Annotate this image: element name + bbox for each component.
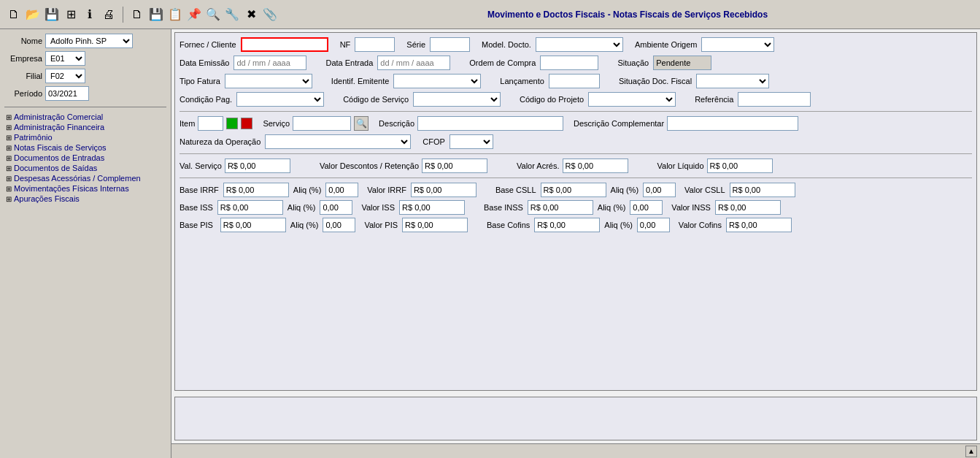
expand-icon-5: ⊞ [6,164,12,172]
sidebar-item-adm-comercial[interactable]: ⊞ Administração Comercial [4,112,166,122]
aliq-cofins-input[interactable] [637,218,670,232]
empresa-label: Empresa [4,54,42,63]
valor-csll-label: Valor CSLL [684,186,725,194]
tipo-fatura-select[interactable] [225,74,312,88]
descricao-input[interactable] [417,116,563,131]
nf-input[interactable] [355,37,395,52]
sidebar-item-doc-entradas[interactable]: ⊞ Documentos de Entradas [4,153,166,163]
sidebar-item-patrimonio[interactable]: ⊞ Patrimônio [4,132,166,142]
codigo-projeto-label: Código do Projeto [520,95,584,104]
sidebar-menu: ⊞ Administração Comercial ⊞ Administraçã… [4,112,166,204]
valor-csll-input[interactable] [730,183,795,197]
empresa-select[interactable]: E01 [45,51,85,66]
remove-item-button[interactable] [241,118,252,129]
copy-icon[interactable]: 📋 [167,7,183,23]
sidebar-item-despesas[interactable]: ⊞ Despesas Acessórias / Complemen [4,173,166,183]
sidebar-fields: Nome Adolfo Pinh. SP Empresa E01 Filial … [4,34,166,101]
valor-iss-label: Valor ISS [361,203,395,212]
ambiente-origem-label: Ambiente Origem [635,40,698,49]
valor-descontos-input[interactable] [422,159,487,173]
model-docto-select[interactable] [536,37,623,52]
form-row-natureza: Natureza da Operação CFOP [180,134,972,149]
valor-iss-input[interactable] [399,200,465,215]
sidebar-item-mov-fisicas[interactable]: ⊞ Movimentações Físicas Internas [4,183,166,194]
data-emissao-input[interactable] [234,56,306,70]
sidebar-item-notas-fiscais[interactable]: ⊞ Notas Fiscais de Serviços [4,142,166,153]
aliq-irrf-input[interactable] [325,183,358,197]
tax-row-2: Base PIS Aliq (%) Valor PIS Base Cofins … [180,218,972,232]
cfop-select[interactable] [450,134,493,149]
cfop-label: CFOP [423,137,445,146]
valor-acres-input[interactable] [563,159,628,173]
valor-cofins-input[interactable] [726,218,792,232]
base-iss-input[interactable] [217,200,283,215]
valor-inss-input[interactable] [715,200,781,215]
situacao-doc-fiscal-label: Situação Doc. Fiscal [619,77,692,85]
codigo-servico-select[interactable] [413,92,501,107]
new-icon[interactable]: 🗋 [6,7,22,23]
nome-select[interactable]: Adolfo Pinh. SP [45,34,133,48]
aliq-csll-input[interactable] [643,183,676,197]
valor-pis-input[interactable] [402,218,468,232]
servico-input[interactable] [293,116,351,131]
scroll-up-button[interactable]: ▲ [965,446,977,457]
grid-icon[interactable]: ⊞ [63,7,79,23]
aliq-pis-input[interactable] [323,218,355,232]
aliq-inss-label: Aliq (%) [598,203,626,212]
serie-input[interactable] [430,37,470,52]
print-icon[interactable]: 🖨 [101,7,117,23]
fornec-cliente-input[interactable] [241,37,328,52]
sidebar-item-apuracoes[interactable]: ⊞ Apurações Fiscais [4,194,166,204]
data-entrada-input[interactable] [377,56,450,70]
empresa-row: Empresa E01 [4,51,166,66]
expand-icon-8: ⊞ [6,195,12,203]
ambiente-origem-select[interactable] [701,37,774,52]
item-input[interactable] [198,116,223,131]
codigo-projeto-select[interactable] [588,92,676,107]
condicao-pag-select[interactable] [236,92,324,107]
filial-row: Filial F02 [4,69,166,83]
sidebar-item-doc-saidas[interactable]: ⊞ Documentos de Saídas [4,163,166,173]
new2-icon[interactable]: 🗋 [129,7,145,23]
descricao-complementar-label: Descrição Complementar [574,119,664,128]
identif-emitente-select[interactable] [393,74,481,88]
base-inss-input[interactable] [528,200,593,215]
item-label: Item [180,119,195,128]
filter-icon[interactable]: 🔧 [224,7,240,23]
situacao-input [653,56,711,70]
save2-icon[interactable]: 💾 [148,7,164,23]
periodo-row: Período [4,86,166,101]
base-pis-input[interactable] [220,218,286,232]
sidebar-item-label-8: Apurações Fiscais [14,194,80,203]
val-servico-input[interactable] [225,159,290,173]
servico-search-button[interactable]: 🔍 [354,116,369,131]
aliq-inss-input[interactable] [630,200,663,215]
expand-icon-1: ⊞ [6,123,12,131]
ordem-compra-input[interactable] [540,56,598,70]
sidebar-item-adm-financeira[interactable]: ⊞ Administração Financeira [4,122,166,132]
situacao-doc-fiscal-select[interactable] [696,74,769,88]
periodo-input[interactable] [45,86,89,101]
add-item-button[interactable] [226,118,238,129]
referencia-input[interactable] [738,92,811,107]
valor-liquido-input[interactable] [707,159,773,173]
open-icon[interactable]: 📂 [25,7,41,23]
base-cofins-input[interactable] [534,218,600,232]
filial-select[interactable]: F02 [45,69,85,83]
aliq-cofins-label: Aliq (%) [604,221,633,229]
aliq-iss-input[interactable] [320,200,352,215]
base-irrf-input[interactable] [223,183,289,197]
descricao-complementar-input[interactable] [667,116,798,131]
save-icon[interactable]: 💾 [44,7,60,23]
paste-icon[interactable]: 📌 [186,7,202,23]
natureza-operacao-select[interactable] [265,134,411,149]
nf-label: NF [340,40,351,49]
valor-irrf-input[interactable] [411,183,477,197]
attach-icon[interactable]: 📎 [262,7,278,23]
lancamento-input[interactable] [549,74,600,88]
form-row-1: Fornec / Cliente NF Série Model. Docto. … [180,37,972,52]
delete-icon[interactable]: ✖ [243,7,259,23]
search-toolbar-icon[interactable]: 🔍 [205,7,221,23]
base-csll-input[interactable] [541,183,606,197]
info-icon[interactable]: ℹ [82,7,98,23]
